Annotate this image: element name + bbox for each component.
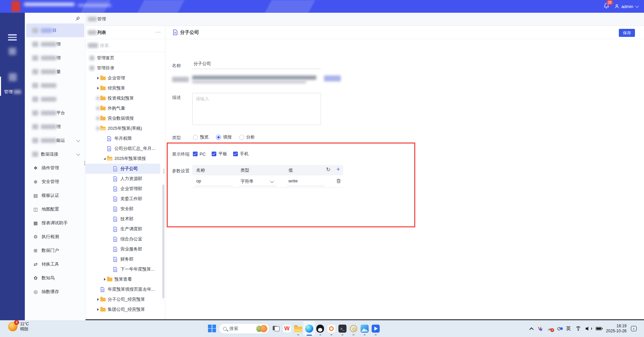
- tree-node[interactable]: 企业管理部: [86, 184, 165, 194]
- terminal-icon[interactable]: >_: [337, 321, 348, 336]
- ime-language-indicator[interactable]: 英: [566, 326, 571, 332]
- sidebar-item[interactable]: ◎抽数缓存: [25, 285, 86, 298]
- taskbar-search[interactable]: 搜索: [219, 323, 270, 334]
- radio-option-label[interactable]: 预览: [200, 134, 209, 140]
- sidebar-item[interactable]: ⊞数据门户: [25, 243, 86, 257]
- weather-widget[interactable]: 4 11°C 晴朗: [8, 322, 29, 332]
- sidebar-item[interactable]: [25, 78, 86, 92]
- pin-icon[interactable]: [74, 16, 80, 22]
- photos-app-icon[interactable]: [359, 321, 370, 336]
- qq-icon[interactable]: [315, 321, 326, 336]
- tree-node[interactable]: 年度预算填报页面去年...: [86, 284, 165, 294]
- tray-v-app-icon[interactable]: V: [537, 326, 543, 331]
- radio-option-label[interactable]: 填报: [223, 134, 232, 140]
- sidebar-item[interactable]: ◫地图配置: [25, 202, 86, 216]
- tree-scrollbar[interactable]: [162, 184, 164, 298]
- sidebar-item[interactable]: 平台: [25, 106, 86, 120]
- save-button[interactable]: 保存: [619, 29, 635, 37]
- sidebar-item[interactable]: ▦报表调试助手: [25, 216, 86, 230]
- blurred-nav-icon[interactable]: [9, 73, 17, 81]
- tree-search-input[interactable]: 搜索: [88, 39, 165, 52]
- tree-node[interactable]: 预算查看: [86, 274, 165, 284]
- sidebar-item-manage[interactable]: 管理: [4, 89, 21, 95]
- cloud-sync-error-icon[interactable]: ☁✕: [547, 326, 553, 332]
- tree-node[interactable]: 营业数据填报: [86, 113, 165, 123]
- checkbox-option-label[interactable]: PC: [200, 152, 206, 157]
- param-value-input[interactable]: write: [288, 178, 298, 183]
- tree-node[interactable]: 经营预算: [86, 83, 165, 93]
- delete-icon[interactable]: [336, 178, 342, 184]
- tree-node[interactable]: 投资规划预算: [86, 93, 165, 103]
- radio-unselected-icon[interactable]: [193, 135, 198, 140]
- sidebar-item[interactable]: ✿数知鸟: [25, 271, 86, 285]
- sidebar-item[interactable]: ⊕安全管理: [25, 175, 86, 188]
- sidebar-item[interactable]: ⇄转换工具: [25, 257, 86, 271]
- checkbox-checked-icon[interactable]: [193, 152, 198, 156]
- vpn-app-icon[interactable]: [326, 321, 337, 336]
- volume-icon[interactable]: [586, 326, 591, 331]
- gold-ring-app-icon[interactable]: [348, 321, 359, 336]
- radio-option-label[interactable]: 分析: [246, 134, 255, 140]
- param-name-input[interactable]: op: [196, 178, 201, 183]
- menu-icon[interactable]: [8, 34, 17, 42]
- sidebar-item[interactable]: 目: [26, 23, 84, 37]
- description-textarea[interactable]: 请输入: [192, 93, 321, 125]
- panel-drag-handle[interactable]: [163, 168, 164, 176]
- param-type-select[interactable]: 字符串: [240, 178, 254, 184]
- sidebar-item[interactable]: 理: [25, 51, 86, 65]
- tree-node[interactable]: 财务部: [86, 254, 165, 264]
- tree-node[interactable]: 外购气量: [86, 103, 165, 113]
- tree-node[interactable]: 党委工作部: [86, 194, 165, 204]
- tree-node[interactable]: 安全部: [86, 204, 165, 214]
- tree-node[interactable]: 管理目录: [86, 63, 165, 73]
- sidebar-item[interactable]: 数据连接: [25, 147, 86, 161]
- radio-selected-icon[interactable]: [216, 135, 221, 140]
- file-explorer-icon[interactable]: [292, 321, 304, 336]
- tree-node[interactable]: 2025年预算(草稿): [86, 123, 165, 133]
- sidebar-item[interactable]: 量: [25, 65, 86, 78]
- launcher-app-icon[interactable]: [370, 321, 381, 336]
- checkbox-checked-icon[interactable]: [212, 152, 216, 156]
- tree-node[interactable]: 下一年年度预算...: [86, 264, 165, 274]
- name-input[interactable]: 分子公司: [192, 61, 321, 69]
- tree-node[interactable]: 公司分组汇总_年月...: [86, 144, 165, 154]
- refresh-icon[interactable]: ↻: [326, 166, 330, 173]
- tree-node[interactable]: 分子公司_经营预算: [86, 294, 165, 304]
- tree-node[interactable]: 管理首页: [86, 53, 165, 63]
- tree-node[interactable]: 综合办公室: [86, 234, 165, 244]
- task-view-icon[interactable]: [270, 321, 281, 336]
- tree-node[interactable]: 技术部: [86, 214, 165, 224]
- tree-node[interactable]: 营业服务部: [86, 244, 165, 254]
- tree-node[interactable]: 人力资源部: [86, 174, 165, 184]
- sidebar-item[interactable]: [25, 92, 86, 106]
- panel-drag-handle[interactable]: [84, 160, 85, 168]
- sidebar-item[interactable]: 理: [25, 120, 86, 133]
- sync-icon[interactable]: ⟳: [557, 326, 561, 332]
- radio-unselected-icon[interactable]: [239, 135, 244, 140]
- tree-node[interactable]: 分子公司: [86, 164, 160, 174]
- wifi-icon[interactable]: [575, 326, 581, 331]
- blurred-nav-icon[interactable]: [9, 48, 16, 55]
- wps-icon[interactable]: W: [281, 321, 292, 336]
- battery-icon[interactable]: [596, 327, 602, 330]
- checkbox-option-label[interactable]: 平板: [218, 151, 227, 157]
- edge-icon[interactable]: [304, 321, 315, 336]
- tree-node[interactable]: 生产调度部: [86, 224, 165, 234]
- sidebar-item[interactable]: 能运: [25, 133, 86, 147]
- add-parameter-icon[interactable]: +: [336, 166, 340, 173]
- notification-center-icon[interactable]: z: [631, 326, 637, 331]
- sidebar-item[interactable]: 理: [25, 37, 86, 51]
- clock[interactable]: 16:19 2025-10-26: [606, 324, 627, 334]
- tree-node[interactable]: 企业管理: [86, 73, 165, 83]
- blurred-action-button[interactable]: [324, 75, 341, 81]
- sidebar-item[interactable]: ▤模板认证: [25, 188, 86, 202]
- start-button[interactable]: [208, 325, 216, 332]
- tray-expand-icon[interactable]: [529, 327, 534, 332]
- sidebar-item[interactable]: ⚙执行检测: [25, 230, 86, 243]
- more-options-button[interactable]: ···: [155, 29, 161, 35]
- notification-bell-button[interactable]: 28: [603, 2, 609, 10]
- user-menu[interactable]: admin: [614, 4, 638, 9]
- checkbox-option-label[interactable]: 手机: [240, 151, 249, 157]
- tree-node[interactable]: 2025年预算填报: [86, 154, 165, 164]
- tree-node[interactable]: 年月权限: [86, 133, 165, 144]
